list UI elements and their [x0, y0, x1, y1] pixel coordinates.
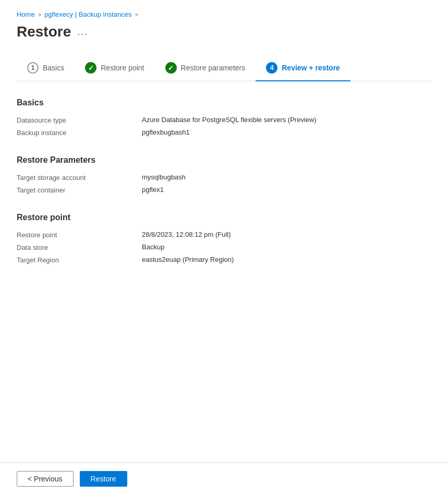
restore-parameters-section: Restore Parameters Target storage accoun…: [17, 155, 431, 198]
field-target-container: Target container pgflex1: [17, 186, 431, 194]
restore-point-section-title: Restore point: [17, 213, 431, 222]
tab-review-restore-label: Review + restore: [282, 64, 340, 72]
page-title: Restore: [17, 23, 71, 40]
field-target-region-value: eastus2euap (Primary Region): [142, 256, 234, 263]
field-target-storage-value: mysqlbugbash: [142, 173, 186, 181]
footer: < Previous Restore: [0, 462, 448, 495]
restore-button[interactable]: Restore: [80, 471, 127, 487]
field-data-store-label: Data store: [17, 243, 142, 251]
page-title-ellipsis[interactable]: ...: [77, 27, 88, 38]
field-target-storage-label: Target storage account: [17, 173, 142, 182]
field-restore-point: Restore point 28/8/2023, 12:08:12 pm (Fu…: [17, 231, 431, 239]
field-target-region-label: Target Region: [17, 256, 142, 264]
page-title-row: Restore ...: [17, 23, 431, 40]
field-target-region: Target Region eastus2euap (Primary Regio…: [17, 256, 431, 264]
field-datasource-type: Datasource type Azure Database for Postg…: [17, 116, 431, 124]
tab-restore-point[interactable]: ✓ Restore point: [75, 57, 154, 81]
field-target-container-label: Target container: [17, 186, 142, 194]
breadcrumb-instance[interactable]: pgflexecy | Backup instances: [44, 10, 131, 18]
tab-restore-point-circle: ✓: [85, 62, 96, 74]
restore-parameters-section-title: Restore Parameters: [17, 155, 431, 165]
tab-basics[interactable]: 1 Basics: [17, 57, 75, 81]
tab-restore-parameters[interactable]: ✓ Restore parameters: [155, 57, 256, 81]
field-target-storage: Target storage account mysqlbugbash: [17, 173, 431, 182]
field-datasource-type-value: Azure Database for PostgreSQL flexible s…: [142, 116, 317, 124]
tab-review-restore-circle: 4: [266, 62, 277, 74]
basics-section: Basics Datasource type Azure Database fo…: [17, 98, 431, 141]
breadcrumb-sep2: >: [135, 11, 138, 18]
tab-basics-label: Basics: [43, 64, 64, 72]
field-restore-point-label: Restore point: [17, 231, 142, 239]
breadcrumb: Home > pgflexecy | Backup instances >: [17, 10, 431, 18]
tab-restore-point-label: Restore point: [101, 64, 144, 72]
field-data-store: Data store Backup: [17, 243, 431, 251]
breadcrumb-home[interactable]: Home: [17, 10, 35, 18]
field-backup-instance-value: pgflexbugbash1: [142, 128, 190, 136]
field-restore-point-value: 28/8/2023, 12:08:12 pm (Full): [142, 231, 231, 238]
field-backup-instance: Backup instance pgflexbugbash1: [17, 128, 431, 137]
restore-point-section: Restore point Restore point 28/8/2023, 1…: [17, 213, 431, 268]
field-target-container-value: pgflex1: [142, 186, 164, 194]
tab-restore-parameters-label: Restore parameters: [181, 64, 246, 72]
field-backup-instance-label: Backup instance: [17, 128, 142, 137]
tab-restore-parameters-circle: ✓: [165, 62, 177, 74]
breadcrumb-sep1: >: [38, 11, 41, 18]
field-data-store-value: Backup: [142, 243, 164, 251]
previous-button[interactable]: < Previous: [17, 471, 74, 487]
field-datasource-type-label: Datasource type: [17, 116, 142, 124]
tab-basics-circle: 1: [27, 62, 39, 74]
basics-section-title: Basics: [17, 98, 431, 107]
wizard-tabs: 1 Basics ✓ Restore point ✓ Restore param…: [17, 57, 431, 81]
tab-review-restore[interactable]: 4 Review + restore: [256, 57, 350, 81]
